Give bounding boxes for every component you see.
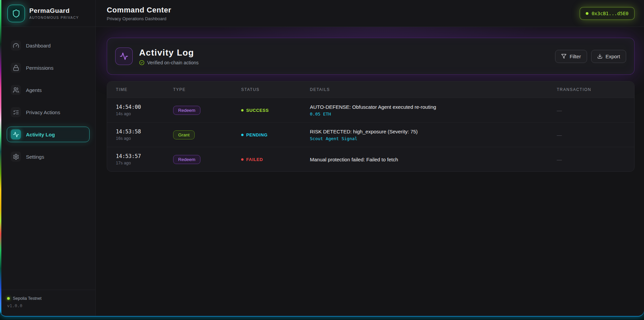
funnel-icon	[561, 54, 567, 59]
row-time-ago: 16s ago	[116, 136, 173, 141]
brand-section: PermaGuard AUTONOMOUS PRIVACY	[0, 0, 96, 27]
app-header: PermaGuard AUTONOMOUS PRIVACY Command Ce…	[0, 0, 644, 27]
app-window: PermaGuard AUTONOMOUS PRIVACY Command Ce…	[0, 0, 644, 316]
activity-icon	[11, 129, 21, 139]
type-badge: Grant	[173, 130, 195, 139]
lock-icon	[11, 63, 21, 73]
wallet-address: 0x3cB1...d5E0	[591, 11, 629, 16]
wallet-status-dot	[586, 12, 588, 15]
sidebar-item-label: Dashboard	[26, 43, 51, 49]
activity-log-panel-header: Activity Log Verified on-chain actions F…	[107, 38, 635, 75]
download-icon	[597, 54, 603, 59]
status-dot	[241, 109, 244, 111]
column-header-time: TIME	[107, 87, 173, 92]
status-badge: FAILED	[241, 157, 310, 162]
check-circle-icon	[139, 60, 144, 65]
app-version: v1.0.0	[7, 303, 89, 308]
column-header-type: TYPE	[173, 87, 241, 92]
activity-icon	[120, 52, 128, 61]
brand-tagline: AUTONOMOUS PRIVACY	[29, 16, 79, 20]
row-meta: 0.05 ETH	[310, 111, 557, 117]
main-content: Activity Log Verified on-chain actions F…	[96, 27, 644, 316]
network-status-dot	[7, 297, 10, 300]
row-time-ago: 14s ago	[116, 111, 173, 116]
row-time: 14:53:57	[116, 153, 173, 159]
sidebar-item-label: Settings	[26, 154, 44, 160]
status-dot	[241, 158, 244, 161]
row-time: 14:54:00	[116, 104, 173, 110]
sidebar-item-agents[interactable]: Agents	[7, 82, 90, 98]
type-badge: Redeem	[173, 155, 200, 164]
gear-icon	[11, 152, 21, 162]
row-meta: Scout Agent Signal	[310, 136, 557, 141]
panel-subtitle: Verified on-chain actions	[147, 60, 199, 65]
status-badge: SUCCESS	[241, 108, 310, 113]
sidebar-footer: Sepolia Testnet v1.0.0	[1, 290, 95, 316]
row-transaction: —	[557, 157, 634, 162]
sidebar-item-privacy-actions[interactable]: Privacy Actions	[7, 104, 90, 120]
gauge-icon	[11, 40, 21, 51]
header-main: Command Center Privacy Operations Dashbo…	[96, 0, 644, 27]
row-details: Manual protection failed: Failed to fetc…	[310, 157, 557, 162]
table-row: 14:53:58 16s ago Grant PENDING RISK DETE…	[107, 122, 634, 147]
export-button-label: Export	[606, 54, 620, 59]
sidebar-item-settings[interactable]: Settings	[7, 149, 90, 164]
status-label: SUCCESS	[246, 108, 269, 113]
column-header-status: STATUS	[241, 87, 310, 92]
activity-table: TIME TYPE STATUS DETAILS TRANSACTION 14:…	[107, 81, 635, 172]
column-header-transaction: TRANSACTION	[557, 87, 634, 92]
type-badge: Redeem	[173, 106, 200, 115]
brand-logo	[7, 5, 25, 22]
row-time-ago: 17s ago	[116, 161, 173, 165]
activity-panel-icon-badge	[115, 47, 133, 65]
network-status: Sepolia Testnet	[7, 296, 89, 301]
users-icon	[11, 85, 21, 95]
sidebar-item-label: Permissions	[26, 65, 54, 71]
table-row: 14:54:00 14s ago Redeem SUCCESS AUTO-DEF…	[107, 98, 634, 122]
status-label: PENDING	[246, 132, 267, 137]
page-subtitle: Privacy Operations Dashboard	[107, 16, 171, 21]
row-time: 14:53:58	[116, 129, 173, 135]
export-button[interactable]: Export	[591, 50, 626, 63]
row-details: AUTO-DEFENSE: Obfuscator Agent executed …	[310, 104, 557, 110]
filter-button[interactable]: Filter	[555, 50, 587, 63]
brand-name: PermaGuard	[29, 7, 79, 14]
row-transaction: —	[557, 132, 634, 138]
network-name: Sepolia Testnet	[13, 296, 41, 301]
shield-icon	[12, 9, 21, 18]
column-header-details: DETAILS	[310, 87, 557, 92]
sidebar: Dashboard Permissions Agents	[0, 27, 96, 316]
sidebar-nav: Dashboard Permissions Agents	[1, 27, 95, 171]
sidebar-item-permissions[interactable]: Permissions	[7, 60, 90, 75]
sidebar-item-label: Agents	[26, 87, 42, 93]
status-dot	[241, 134, 244, 136]
page-title: Command Center	[107, 6, 171, 14]
sidebar-item-label: Activity Log	[26, 132, 55, 137]
sidebar-item-dashboard[interactable]: Dashboard	[7, 38, 90, 53]
row-transaction: —	[557, 107, 634, 113]
status-badge: PENDING	[241, 132, 310, 137]
checklist-icon	[11, 107, 21, 117]
row-details: RISK DETECTED: high_exposure (Severity: …	[310, 129, 557, 134]
filter-button-label: Filter	[570, 54, 581, 59]
panel-title: Activity Log	[139, 47, 199, 58]
table-header-row: TIME TYPE STATUS DETAILS TRANSACTION	[107, 82, 634, 98]
status-label: FAILED	[246, 157, 263, 162]
sidebar-item-activity-log[interactable]: Activity Log	[7, 127, 90, 142]
rainbow-edge-strip	[0, 0, 1, 316]
wallet-badge[interactable]: 0x3cB1...d5E0	[580, 7, 635, 20]
sidebar-item-label: Privacy Actions	[26, 109, 60, 115]
table-row: 14:53:57 17s ago Redeem FAILED Manual pr…	[107, 147, 634, 171]
